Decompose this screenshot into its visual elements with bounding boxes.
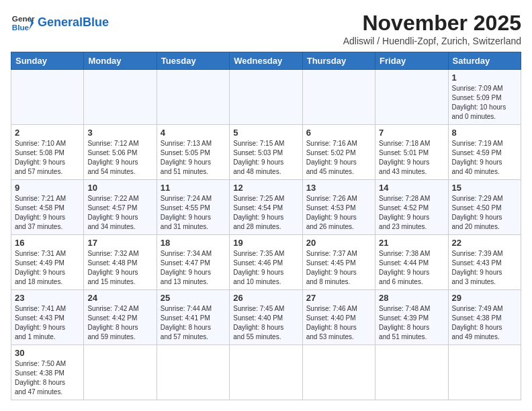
day-info: Sunrise: 7:22 AM Sunset: 4:57 PM Dayligh… — [87, 194, 152, 232]
day-number: 7 — [379, 128, 444, 138]
logo-icon: General Blue — [11, 11, 35, 35]
calendar-cell-w4-d2: 17Sunrise: 7:32 AM Sunset: 4:48 PM Dayli… — [84, 235, 157, 290]
day-number: 2 — [15, 128, 80, 138]
calendar-cell-w4-d7: 22Sunrise: 7:39 AM Sunset: 4:43 PM Dayli… — [448, 235, 521, 290]
calendar-week-3: 9Sunrise: 7:21 AM Sunset: 4:58 PM Daylig… — [11, 180, 521, 235]
calendar-subtitle: Adliswil / Huendli-Zopf, Zurich, Switzer… — [343, 36, 521, 46]
logo: General Blue GeneralBlue — [11, 11, 109, 35]
calendar-body: 1Sunrise: 7:09 AM Sunset: 5:09 PM Daylig… — [11, 70, 521, 400]
day-info: Sunrise: 7:26 AM Sunset: 4:53 PM Dayligh… — [306, 194, 371, 232]
day-info: Sunrise: 7:34 AM Sunset: 4:47 PM Dayligh… — [161, 249, 226, 287]
day-number: 11 — [161, 183, 226, 193]
col-friday: Friday — [375, 52, 448, 70]
calendar-cell-w2-d3: 4Sunrise: 7:13 AM Sunset: 5:05 PM Daylig… — [157, 125, 229, 180]
calendar-cell-w3-d2: 10Sunrise: 7:22 AM Sunset: 4:57 PM Dayli… — [84, 180, 157, 235]
col-saturday: Saturday — [448, 52, 521, 70]
day-number: 13 — [306, 183, 371, 193]
day-number: 24 — [87, 293, 152, 303]
calendar-table: Sunday Monday Tuesday Wednesday Thursday… — [11, 52, 521, 400]
day-info: Sunrise: 7:21 AM Sunset: 4:58 PM Dayligh… — [15, 194, 80, 232]
calendar-cell-w1-d2 — [84, 70, 157, 125]
calendar-cell-w5-d1: 23Sunrise: 7:41 AM Sunset: 4:43 PM Dayli… — [11, 290, 84, 345]
day-info: Sunrise: 7:12 AM Sunset: 5:06 PM Dayligh… — [87, 139, 152, 177]
calendar-week-6: 30Sunrise: 7:50 AM Sunset: 4:38 PM Dayli… — [11, 345, 521, 400]
calendar-cell-w5-d4: 26Sunrise: 7:45 AM Sunset: 4:40 PM Dayli… — [230, 290, 302, 345]
day-info: Sunrise: 7:38 AM Sunset: 4:44 PM Dayligh… — [379, 249, 444, 287]
calendar-cell-w2-d4: 5Sunrise: 7:15 AM Sunset: 5:03 PM Daylig… — [230, 125, 302, 180]
calendar-cell-w4-d5: 20Sunrise: 7:37 AM Sunset: 4:45 PM Dayli… — [302, 235, 375, 290]
col-wednesday: Wednesday — [230, 52, 302, 70]
calendar-cell-w3-d4: 12Sunrise: 7:25 AM Sunset: 4:54 PM Dayli… — [230, 180, 302, 235]
day-info: Sunrise: 7:37 AM Sunset: 4:45 PM Dayligh… — [306, 249, 371, 287]
day-number: 30 — [15, 348, 80, 358]
calendar-cell-w6-d4 — [230, 345, 302, 400]
day-number: 15 — [452, 183, 517, 193]
calendar-cell-w1-d4 — [230, 70, 302, 125]
day-number: 29 — [452, 293, 517, 303]
calendar-cell-w3-d5: 13Sunrise: 7:26 AM Sunset: 4:53 PM Dayli… — [302, 180, 375, 235]
day-number: 10 — [87, 183, 152, 193]
calendar-week-4: 16Sunrise: 7:31 AM Sunset: 4:49 PM Dayli… — [11, 235, 521, 290]
col-monday: Monday — [84, 52, 157, 70]
day-info: Sunrise: 7:13 AM Sunset: 5:05 PM Dayligh… — [161, 139, 226, 177]
day-info: Sunrise: 7:29 AM Sunset: 4:50 PM Dayligh… — [452, 194, 517, 232]
calendar-cell-w3-d1: 9Sunrise: 7:21 AM Sunset: 4:58 PM Daylig… — [11, 180, 84, 235]
day-number: 17 — [87, 238, 152, 248]
calendar-cell-w4-d3: 18Sunrise: 7:34 AM Sunset: 4:47 PM Dayli… — [157, 235, 229, 290]
calendar-cell-w5-d6: 28Sunrise: 7:48 AM Sunset: 4:39 PM Dayli… — [375, 290, 448, 345]
day-info: Sunrise: 7:39 AM Sunset: 4:43 PM Dayligh… — [452, 249, 517, 287]
svg-text:Blue: Blue — [12, 23, 30, 32]
day-info: Sunrise: 7:44 AM Sunset: 4:41 PM Dayligh… — [161, 304, 226, 342]
day-number: 20 — [306, 238, 371, 248]
calendar-cell-w2-d7: 8Sunrise: 7:19 AM Sunset: 4:59 PM Daylig… — [448, 125, 521, 180]
day-number: 19 — [233, 238, 298, 248]
day-info: Sunrise: 7:48 AM Sunset: 4:39 PM Dayligh… — [379, 304, 444, 342]
calendar-cell-w4-d6: 21Sunrise: 7:38 AM Sunset: 4:44 PM Dayli… — [375, 235, 448, 290]
calendar-week-5: 23Sunrise: 7:41 AM Sunset: 4:43 PM Dayli… — [11, 290, 521, 345]
col-tuesday: Tuesday — [157, 52, 229, 70]
calendar-cell-w3-d3: 11Sunrise: 7:24 AM Sunset: 4:55 PM Dayli… — [157, 180, 229, 235]
calendar-cell-w5-d7: 29Sunrise: 7:49 AM Sunset: 4:38 PM Dayli… — [448, 290, 521, 345]
day-number: 18 — [161, 238, 226, 248]
calendar-cell-w6-d5 — [302, 345, 375, 400]
day-number: 16 — [15, 238, 80, 248]
calendar-week-2: 2Sunrise: 7:10 AM Sunset: 5:08 PM Daylig… — [11, 125, 521, 180]
day-number: 14 — [379, 183, 444, 193]
calendar-cell-w2-d2: 3Sunrise: 7:12 AM Sunset: 5:06 PM Daylig… — [84, 125, 157, 180]
col-thursday: Thursday — [302, 52, 375, 70]
logo-text: GeneralBlue — [38, 16, 109, 30]
day-info: Sunrise: 7:32 AM Sunset: 4:48 PM Dayligh… — [87, 249, 152, 287]
calendar-cell-w6-d6 — [375, 345, 448, 400]
day-info: Sunrise: 7:10 AM Sunset: 5:08 PM Dayligh… — [15, 139, 80, 177]
day-info: Sunrise: 7:24 AM Sunset: 4:55 PM Dayligh… — [161, 194, 226, 232]
calendar-cell-w2-d6: 7Sunrise: 7:18 AM Sunset: 5:01 PM Daylig… — [375, 125, 448, 180]
day-info: Sunrise: 7:15 AM Sunset: 5:03 PM Dayligh… — [233, 139, 298, 177]
day-info: Sunrise: 7:50 AM Sunset: 4:38 PM Dayligh… — [15, 359, 80, 397]
calendar-cell-w4-d4: 19Sunrise: 7:35 AM Sunset: 4:46 PM Dayli… — [230, 235, 302, 290]
day-info: Sunrise: 7:16 AM Sunset: 5:02 PM Dayligh… — [306, 139, 371, 177]
day-number: 26 — [233, 293, 298, 303]
day-info: Sunrise: 7:41 AM Sunset: 4:43 PM Dayligh… — [15, 304, 80, 342]
day-number: 5 — [233, 128, 298, 138]
calendar-cell-w2-d1: 2Sunrise: 7:10 AM Sunset: 5:08 PM Daylig… — [11, 125, 84, 180]
page-header: General Blue GeneralBlue November 2025 A… — [11, 11, 521, 46]
calendar-header-row: Sunday Monday Tuesday Wednesday Thursday… — [11, 52, 521, 70]
day-number: 22 — [452, 238, 517, 248]
day-number: 9 — [15, 183, 80, 193]
logo-general: General — [38, 15, 83, 29]
day-info: Sunrise: 7:09 AM Sunset: 5:09 PM Dayligh… — [452, 84, 517, 122]
calendar-cell-w5-d2: 24Sunrise: 7:42 AM Sunset: 4:42 PM Dayli… — [84, 290, 157, 345]
day-number: 27 — [306, 293, 371, 303]
calendar-cell-w6-d2 — [84, 345, 157, 400]
day-number: 28 — [379, 293, 444, 303]
day-info: Sunrise: 7:46 AM Sunset: 4:40 PM Dayligh… — [306, 304, 371, 342]
day-number: 4 — [161, 128, 226, 138]
calendar-cell-w6-d7 — [448, 345, 521, 400]
calendar-cell-w3-d6: 14Sunrise: 7:28 AM Sunset: 4:52 PM Dayli… — [375, 180, 448, 235]
day-info: Sunrise: 7:18 AM Sunset: 5:01 PM Dayligh… — [379, 139, 444, 177]
calendar-cell-w1-d6 — [375, 70, 448, 125]
day-number: 8 — [452, 128, 517, 138]
day-number: 1 — [452, 73, 517, 83]
day-info: Sunrise: 7:25 AM Sunset: 4:54 PM Dayligh… — [233, 194, 298, 232]
day-number: 21 — [379, 238, 444, 248]
